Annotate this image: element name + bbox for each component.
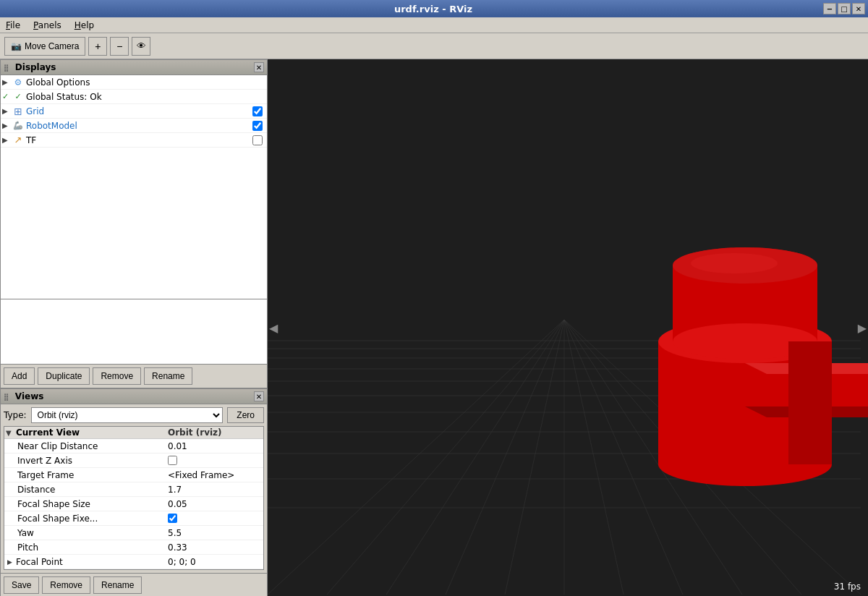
cv-focal-shape-size-value: 0.05 xyxy=(168,499,262,509)
properties-area xyxy=(0,299,268,365)
focal-point-expand-arrow: ▶ xyxy=(6,558,16,566)
cv-focal-shape-fixed-label: Focal Shape Fixe... xyxy=(6,514,168,524)
viewport-left-arrow[interactable]: ◀ xyxy=(269,321,278,335)
menubar: File Panels Help xyxy=(0,17,868,33)
tf-icon: ↗ xyxy=(12,135,24,146)
titlebar: urdf.rviz - RViz − □ ✕ xyxy=(0,0,868,17)
tree-row-grid[interactable]: ▶ ⊞ Grid xyxy=(1,104,267,119)
current-view-header: ▼ Current View Orbit (rviz) xyxy=(4,427,263,439)
expand-arrow-robot: ▶ xyxy=(2,122,12,129)
cv-focal-point-label: Focal Point xyxy=(16,557,168,567)
grid-checkbox[interactable] xyxy=(252,106,263,116)
viewport-right-arrow[interactable]: ▶ xyxy=(858,321,867,335)
duplicate-button[interactable]: Duplicate xyxy=(38,367,90,385)
tf-checkbox[interactable] xyxy=(252,135,263,145)
cv-row-invert-z: Invert Z Axis xyxy=(4,454,263,468)
tree-row-global-status[interactable]: ✓ ✓ Global Status: Ok xyxy=(1,90,267,104)
views-panel: ⣿ Views ✕ Type: Orbit (rviz) Zero ▼ xyxy=(0,388,268,596)
invert-z-checkbox[interactable] xyxy=(168,456,177,465)
cv-near-clip-label: Near Clip Distance xyxy=(6,441,168,451)
add-button[interactable]: Add xyxy=(4,367,35,385)
expand-arrow-global-options: ▶ xyxy=(2,78,12,86)
tree-row-global-options[interactable]: ▶ ⚙ Global Options xyxy=(1,75,267,90)
rename-button[interactable]: Rename xyxy=(144,367,192,385)
menu-help[interactable]: Help xyxy=(72,20,97,31)
grid-label: Grid xyxy=(26,106,252,116)
cv-row-pitch: Pitch 0.33 xyxy=(4,540,263,555)
cv-distance-label: Distance xyxy=(6,485,168,495)
robot-model-checkbox[interactable] xyxy=(252,121,263,131)
move-camera-button[interactable]: 📷 Move Camera xyxy=(4,37,85,56)
cv-expand-arrow: ▼ xyxy=(6,429,16,437)
grid-icon: ⊞ xyxy=(12,106,24,117)
svg-rect-36 xyxy=(788,341,832,464)
views-remove-button[interactable]: Remove xyxy=(42,576,90,594)
tree-row-tf[interactable]: ▶ ↗ TF xyxy=(1,133,267,148)
views-panel-close[interactable]: ✕ xyxy=(254,391,264,401)
cv-row-near-clip: Near Clip Distance 0.01 xyxy=(4,439,263,454)
views-rename-button[interactable]: Rename xyxy=(93,576,142,594)
views-type-select[interactable]: Orbit (rviz) xyxy=(31,407,224,423)
displays-panel-close[interactable]: ✕ xyxy=(254,62,264,72)
left-panel: ⣿ Displays ✕ ▶ ⚙ Global Options ✓ ✓ Glob… xyxy=(0,59,268,596)
views-save-button[interactable]: Save xyxy=(4,576,39,594)
panel-grip-icon: ⣿ xyxy=(4,64,9,72)
views-panel-title: Views xyxy=(15,391,44,401)
tf-label: TF xyxy=(26,135,252,145)
expand-arrow-global-status: ✓ xyxy=(2,92,12,101)
displays-panel-header: ⣿ Displays ✕ xyxy=(0,59,268,75)
global-options-label: Global Options xyxy=(26,77,265,88)
menu-file[interactable]: File xyxy=(3,20,23,31)
cv-row-focal-shape-size: Focal Shape Size 0.05 xyxy=(4,497,263,511)
cv-invert-z-label: Invert Z Axis xyxy=(6,456,168,466)
scene-svg xyxy=(268,59,868,596)
robot-model-label: RobotModel xyxy=(26,121,252,131)
views-content: Type: Orbit (rviz) Zero ▼ Current View O… xyxy=(0,404,268,574)
expand-arrow-grid: ▶ xyxy=(2,107,12,115)
expand-arrow-tf: ▶ xyxy=(2,136,12,144)
cv-row-distance: Distance 1.7 xyxy=(4,482,263,497)
cv-focal-shape-size-label: Focal Shape Size xyxy=(6,499,168,509)
views-buttons: Save Remove Rename xyxy=(0,574,268,596)
viewport[interactable]: ◀ ▶ 31 fps xyxy=(268,59,868,596)
camera-icon: 📷 xyxy=(11,41,22,51)
window-controls: − □ ✕ xyxy=(823,3,868,14)
add-display-button[interactable]: + xyxy=(88,37,107,56)
gear-icon: ⚙ xyxy=(12,77,24,88)
displays-panel: ⣿ Displays ✕ ▶ ⚙ Global Options ✓ ✓ Glob… xyxy=(0,59,268,388)
move-camera-label: Move Camera xyxy=(25,41,79,51)
cv-row-focal-point[interactable]: ▶ Focal Point 0; 0; 0 xyxy=(4,555,263,569)
views-type-row: Type: Orbit (rviz) Zero xyxy=(4,407,264,423)
settings-button[interactable]: 👁 xyxy=(132,37,150,56)
views-panel-grip: ⣿ xyxy=(4,393,9,401)
cv-row-yaw: Yaw 5.5 xyxy=(4,526,263,540)
cv-focal-point-value: 0; 0; 0 xyxy=(168,557,262,567)
tree-row-robot-model[interactable]: ▶ 🦾 RobotModel xyxy=(1,119,267,133)
cv-yaw-value: 5.5 xyxy=(168,528,262,538)
zero-button[interactable]: Zero xyxy=(227,407,264,423)
toolbar: 📷 Move Camera + − 👁 xyxy=(0,33,868,59)
focal-shape-fixed-checkbox[interactable] xyxy=(168,514,177,523)
displays-tree: ▶ ⚙ Global Options ✓ ✓ Global Status: Ok… xyxy=(0,75,268,299)
displays-panel-title: Displays xyxy=(15,62,56,72)
fps-display: 31 fps xyxy=(834,582,861,592)
menu-panels[interactable]: Panels xyxy=(30,20,64,31)
remove-display-button[interactable]: − xyxy=(110,37,129,56)
displays-buttons: Add Duplicate Remove Rename xyxy=(0,365,268,388)
current-view-table: ▼ Current View Orbit (rviz) Near Clip Di… xyxy=(4,426,264,570)
cv-focal-shape-fixed-value xyxy=(168,514,262,523)
restore-button[interactable]: □ xyxy=(838,3,851,14)
cv-header-value: Orbit (rviz) xyxy=(168,427,262,438)
minimize-button[interactable]: − xyxy=(823,3,836,14)
global-status-label: Global Status: Ok xyxy=(26,92,265,102)
cv-invert-z-value xyxy=(168,456,262,465)
robot-icon: 🦾 xyxy=(12,120,24,132)
views-type-label: Type: xyxy=(4,410,27,420)
cv-near-clip-value: 0.01 xyxy=(168,441,262,451)
window-title: urdf.rviz - RViz xyxy=(43,4,823,14)
cv-row-focal-shape-fixed: Focal Shape Fixe... xyxy=(4,511,263,526)
cv-distance-value: 1.7 xyxy=(168,485,262,495)
cv-row-target-frame: Target Frame <Fixed Frame> xyxy=(4,468,263,482)
remove-button[interactable]: Remove xyxy=(93,367,141,385)
close-button[interactable]: ✕ xyxy=(852,3,865,14)
